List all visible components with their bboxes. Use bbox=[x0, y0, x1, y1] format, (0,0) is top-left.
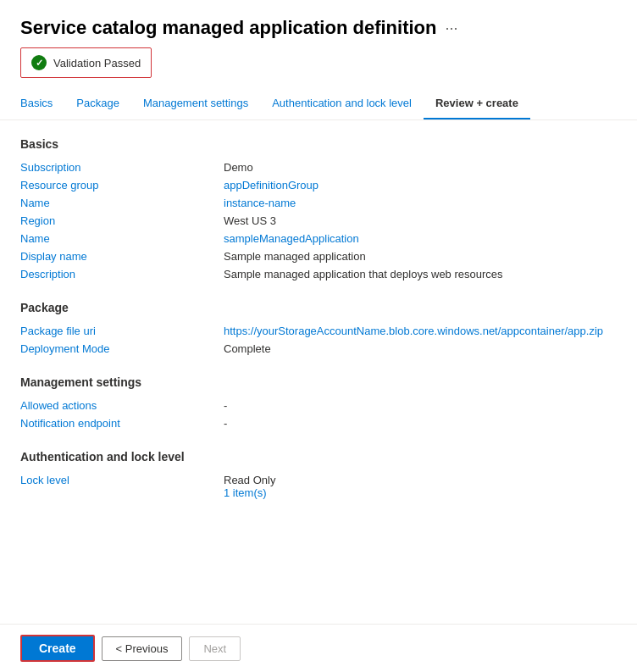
field-name-2: Name sampleManagedApplication bbox=[20, 232, 617, 245]
tab-auth[interactable]: Authentication and lock level bbox=[260, 88, 424, 119]
label-deployment-mode: Deployment Mode bbox=[20, 342, 224, 355]
value-subscription: Demo bbox=[224, 161, 617, 174]
label-display-name: Display name bbox=[20, 250, 224, 263]
create-button[interactable]: Create bbox=[20, 635, 95, 662]
field-lock-level: Lock level Read Only 1 item(s) bbox=[20, 474, 617, 499]
tab-basics[interactable]: Basics bbox=[20, 88, 64, 119]
value-allowed-actions: - bbox=[224, 399, 617, 412]
auth-section: Authentication and lock level Lock level… bbox=[20, 450, 617, 499]
tabs-bar: Basics Package Management settings Authe… bbox=[0, 88, 637, 120]
next-button: Next bbox=[189, 636, 241, 661]
value-display-name: Sample managed application bbox=[224, 250, 617, 263]
label-resource-group: Resource group bbox=[20, 179, 224, 192]
previous-button[interactable]: < Previous bbox=[102, 636, 183, 661]
field-resource-group: Resource group appDefinitionGroup bbox=[20, 179, 617, 192]
field-name-1: Name instance-name bbox=[20, 197, 617, 209]
label-region: Region bbox=[20, 214, 224, 227]
lock-level-values: Read Only 1 item(s) bbox=[224, 474, 275, 499]
value-description: Sample managed application that deploys … bbox=[224, 268, 617, 280]
management-section: Management settings Allowed actions - No… bbox=[20, 375, 617, 430]
value-lock-level: Read Only bbox=[224, 474, 275, 486]
field-display-name: Display name Sample managed application bbox=[20, 250, 617, 263]
package-section: Package Package file uri https://yourSto… bbox=[20, 301, 617, 355]
page-container: Service catalog managed application defi… bbox=[0, 0, 637, 672]
value-name-2[interactable]: sampleManagedApplication bbox=[224, 232, 617, 245]
label-notification-endpoint: Notification endpoint bbox=[20, 417, 224, 430]
header: Service catalog managed application defi… bbox=[0, 0, 637, 47]
value-deployment-mode: Complete bbox=[224, 342, 617, 355]
basics-title: Basics bbox=[20, 137, 617, 151]
value-resource-group[interactable]: appDefinitionGroup bbox=[224, 179, 617, 192]
management-title: Management settings bbox=[20, 375, 617, 389]
ellipsis-menu[interactable]: ··· bbox=[445, 19, 457, 37]
tab-package[interactable]: Package bbox=[64, 88, 131, 119]
label-package-uri: Package file uri bbox=[20, 325, 224, 337]
validation-banner: Validation Passed bbox=[20, 47, 152, 78]
validation-icon bbox=[31, 55, 47, 70]
label-subscription: Subscription bbox=[20, 161, 224, 174]
label-description: Description bbox=[20, 268, 224, 280]
field-deployment-mode: Deployment Mode Complete bbox=[20, 342, 617, 355]
basics-section: Basics Subscription Demo Resource group … bbox=[20, 137, 617, 280]
field-package-uri: Package file uri https://yourStorageAcco… bbox=[20, 325, 617, 337]
value-lock-level-items: 1 item(s) bbox=[224, 486, 275, 499]
tab-management[interactable]: Management settings bbox=[131, 88, 260, 119]
label-name-2: Name bbox=[20, 232, 224, 245]
validation-text: Validation Passed bbox=[53, 57, 141, 69]
main-content: Basics Subscription Demo Resource group … bbox=[0, 120, 637, 624]
field-allowed-actions: Allowed actions - bbox=[20, 399, 617, 412]
label-name-1: Name bbox=[20, 197, 224, 209]
field-subscription: Subscription Demo bbox=[20, 161, 617, 174]
field-description: Description Sample managed application t… bbox=[20, 268, 617, 280]
field-region: Region West US 3 bbox=[20, 214, 617, 227]
label-allowed-actions: Allowed actions bbox=[20, 399, 224, 412]
page-title: Service catalog managed application defi… bbox=[20, 17, 436, 39]
label-lock-level: Lock level bbox=[20, 474, 224, 486]
field-notification-endpoint: Notification endpoint - bbox=[20, 417, 617, 430]
value-package-uri[interactable]: https://yourStorageAccountName.blob.core… bbox=[224, 325, 617, 337]
value-name-1[interactable]: instance-name bbox=[224, 197, 617, 209]
tab-review[interactable]: Review + create bbox=[424, 88, 530, 119]
footer: Create < Previous Next bbox=[0, 624, 637, 672]
value-region: West US 3 bbox=[224, 214, 617, 227]
value-notification-endpoint: - bbox=[224, 417, 617, 430]
auth-title: Authentication and lock level bbox=[20, 450, 617, 464]
package-title: Package bbox=[20, 301, 617, 314]
